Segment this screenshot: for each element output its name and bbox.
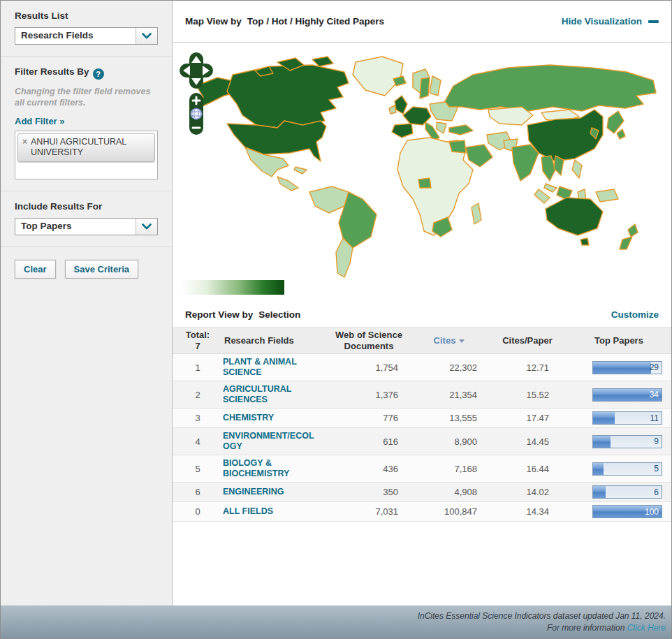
country-malaysia[interactable] (544, 184, 557, 192)
row-field-link[interactable]: BIOLOGY & BIOCHEMISTRY (223, 458, 328, 479)
map-view-header: Map View by Top / Hot / Highly Cited Pap… (173, 1, 671, 43)
row-cites: 22,302 (410, 362, 488, 373)
row-field-link[interactable]: ENGINEERING (223, 487, 328, 497)
column-cites-per-paper[interactable]: Cites/Paper (488, 333, 567, 348)
country-spain[interactable] (392, 124, 413, 138)
row-cites: 13,555 (410, 413, 488, 423)
country-cuba[interactable] (294, 167, 307, 174)
top-papers-bar: 9 (592, 435, 662, 448)
filter-heading: Filter Results By? (15, 66, 158, 80)
column-docs[interactable]: Web of Science Documents (328, 328, 410, 353)
row-rank: 0 (173, 506, 223, 517)
pan-control[interactable] (180, 52, 213, 89)
central-america[interactable] (277, 177, 298, 191)
row-field-link[interactable]: AGRICULTURAL SCIENCES (223, 384, 328, 405)
cites-label: Cites (434, 335, 456, 346)
click-here-link[interactable]: Click Here (627, 623, 666, 633)
row-docs: 350 (328, 487, 410, 497)
island-tasmania[interactable] (580, 238, 589, 245)
dataset-updated-text: InCites Essential Science Indicators dat… (418, 610, 666, 622)
row-cites-per-paper: 12.71 (488, 362, 567, 373)
balkans[interactable] (437, 122, 446, 133)
column-total: Total: 7 (173, 328, 223, 353)
row-rank: 2 (173, 390, 223, 400)
row-top-papers-cell: 11 (567, 411, 671, 425)
country-egypt[interactable] (449, 140, 466, 153)
top-papers-bar-fill (593, 362, 651, 374)
country-turkey[interactable] (449, 125, 473, 135)
hide-visualization-link[interactable]: Hide Visualization (562, 16, 659, 27)
top-papers-bar-fill (593, 463, 604, 475)
country-japan[interactable] (607, 111, 625, 139)
row-field-link[interactable]: ALL FIELDS (223, 506, 328, 517)
country-india[interactable] (512, 145, 539, 181)
include-results-value: Top Papers (15, 219, 136, 235)
include-results-heading: Include Results For (15, 201, 158, 212)
country-canada[interactable] (227, 65, 349, 128)
top-papers-value: 100 (645, 507, 659, 517)
column-top-papers[interactable]: Top Papers (567, 333, 671, 348)
row-rank: 5 (173, 464, 223, 474)
zoom-control[interactable] (189, 93, 203, 135)
country-greenland[interactable] (353, 57, 403, 96)
country-madagascar[interactable] (472, 203, 481, 224)
country-uk[interactable] (395, 96, 407, 114)
row-rank: 1 (173, 362, 223, 373)
world-map[interactable] (173, 43, 671, 302)
column-research-fields[interactable]: Research Fields (223, 333, 328, 348)
country-vietnam[interactable] (554, 156, 564, 175)
report-view-header: Report View by Selection Customize (173, 302, 671, 327)
row-docs: 436 (328, 464, 410, 474)
island-new-guinea[interactable] (596, 189, 618, 202)
row-cites-per-paper: 14.34 (488, 506, 567, 517)
row-field-link[interactable]: ENVIRONMENT/ECOLOGY (223, 431, 328, 452)
map-view-title-value: Top / Hot / Highly Cited Papers (247, 16, 384, 27)
row-top-papers-cell: 9 (567, 435, 671, 448)
save-criteria-button[interactable]: Save Criteria (65, 260, 139, 279)
top-papers-bar: 5 (592, 462, 662, 476)
row-field-link[interactable]: PLANT & ANIMAL SCIENCE (223, 357, 328, 378)
country-ireland[interactable] (389, 105, 396, 114)
island-sumatra[interactable] (534, 189, 550, 203)
country-finland[interactable] (430, 76, 441, 96)
help-icon[interactable]: ? (93, 68, 104, 80)
chevron-down-icon[interactable] (136, 28, 157, 44)
clear-button[interactable]: Clear (15, 260, 56, 279)
column-cites[interactable]: Cites (410, 333, 488, 348)
filter-chip[interactable]: × ANHUI AGRICULTURAL UNIVERSITY (17, 133, 155, 162)
table-row: 1 PLANT & ANIMAL SCIENCE 1,754 22,302 12… (173, 354, 671, 381)
western-europe[interactable] (403, 107, 431, 125)
customize-link[interactable]: Customize (611, 309, 659, 320)
map-view-title-prefix: Map View by (185, 16, 242, 27)
filter-note: Changing the filter field removes all cu… (15, 86, 158, 109)
row-docs: 776 (328, 413, 410, 423)
remove-filter-icon[interactable]: × (22, 137, 27, 147)
results-list-section: Results List Research Fields (1, 1, 172, 57)
country-sweden[interactable] (420, 78, 430, 98)
row-top-papers-cell: 100 (567, 505, 671, 518)
include-results-dropdown[interactable]: Top Papers (15, 218, 158, 235)
country-nigeria[interactable] (418, 178, 431, 188)
country-new-zealand[interactable] (620, 224, 638, 249)
minus-icon (648, 20, 659, 23)
top-papers-bar: 34 (592, 388, 662, 402)
andes-north[interactable] (309, 186, 349, 213)
top-papers-bar: 29 (592, 361, 662, 374)
row-rank: 4 (173, 436, 223, 447)
country-russia[interactable] (445, 65, 656, 111)
country-saudi-arabia[interactable] (466, 145, 492, 167)
top-papers-bar: 6 (592, 485, 662, 499)
table-row: 5 BIOLOGY & BIOCHEMISTRY 436 7,168 16.44… (173, 455, 671, 483)
country-australia[interactable] (546, 198, 603, 235)
add-filter-link[interactable]: Add Filter » (15, 116, 65, 126)
chevron-down-icon[interactable] (136, 219, 157, 235)
results-list-dropdown[interactable]: Research Fields (15, 27, 158, 45)
main-panel: Map View by Top / Hot / Highly Cited Pap… (173, 1, 671, 605)
row-field-link[interactable]: CHEMISTRY (223, 413, 328, 423)
sidebar: Results List Research Fields Filter Resu… (1, 1, 173, 605)
country-philippines[interactable] (572, 160, 582, 178)
row-cites: 100,847 (410, 506, 488, 517)
more-info-prefix: For more information (547, 623, 624, 633)
report-table-body: 1 PLANT & ANIMAL SCIENCE 1,754 22,302 12… (173, 354, 671, 522)
results-list-heading: Results List (15, 10, 158, 21)
